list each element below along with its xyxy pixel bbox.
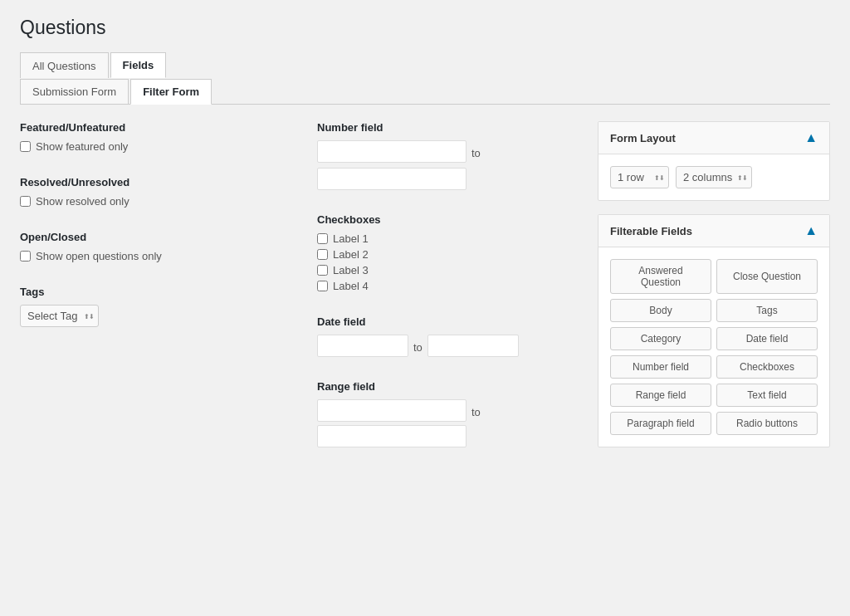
show-featured-only-label: Show featured only bbox=[36, 140, 128, 153]
filterable-fields-body: Answered Question Close Question Body Ta… bbox=[598, 247, 829, 447]
checkbox-2[interactable] bbox=[317, 249, 328, 260]
checkbox-label-1: Label 1 bbox=[333, 232, 369, 245]
field-tag-date-field[interactable]: Date field bbox=[716, 327, 818, 350]
show-resolved-only-row[interactable]: Show resolved only bbox=[20, 195, 284, 208]
show-featured-only-checkbox[interactable] bbox=[20, 141, 31, 152]
tags-label: Tags bbox=[20, 286, 284, 298]
row-select-wrapper: 1 row 2 rows 3 rows bbox=[610, 166, 669, 188]
checkboxes-list: Label 1 Label 2 Label 3 Label 4 bbox=[317, 232, 581, 292]
main-tabs: All Questions Fields bbox=[20, 52, 830, 78]
date-field-from[interactable] bbox=[317, 335, 408, 357]
form-layout-body: 1 row 2 rows 3 rows 1 column 2 columns 3… bbox=[598, 154, 829, 200]
filterable-fields-grid: Answered Question Close Question Body Ta… bbox=[610, 259, 818, 435]
number-field-group: Number field to bbox=[317, 121, 581, 190]
number-range-from-row: to bbox=[317, 140, 481, 163]
checkbox-4[interactable] bbox=[317, 281, 328, 291]
show-open-only-row[interactable]: Show open questions only bbox=[20, 250, 284, 262]
field-tag-tags[interactable]: Tags bbox=[716, 299, 818, 322]
checkbox-item-2[interactable]: Label 2 bbox=[317, 248, 581, 261]
range-field-label: Range field bbox=[317, 380, 581, 393]
date-field-to[interactable] bbox=[427, 335, 519, 357]
number-range: to bbox=[317, 140, 581, 190]
select-tag-input[interactable]: Select Tag bbox=[20, 305, 99, 327]
number-field-label: Number field bbox=[317, 121, 581, 134]
show-open-only-label: Show open questions only bbox=[36, 250, 162, 262]
row-select[interactable]: 1 row 2 rows 3 rows bbox=[610, 166, 669, 188]
number-field-from[interactable] bbox=[317, 140, 467, 163]
range-to-label: to bbox=[471, 406, 481, 418]
checkbox-item-1[interactable]: Label 1 bbox=[317, 232, 581, 245]
filterable-fields-toggle-icon[interactable]: ▲ bbox=[804, 223, 818, 238]
checkboxes-group: Checkboxes Label 1 Label 2 Label 3 bbox=[317, 213, 581, 292]
featured-unfeatured-group: Featured/Unfeatured Show featured only bbox=[20, 121, 284, 153]
tab-all-questions[interactable]: All Questions bbox=[20, 52, 109, 78]
range-field-from[interactable] bbox=[317, 399, 467, 422]
checkboxes-label: Checkboxes bbox=[317, 213, 581, 226]
sub-tabs: Submission Form Filter Form bbox=[20, 78, 830, 105]
field-tag-radio-buttons[interactable]: Radio buttons bbox=[716, 412, 818, 435]
column-select[interactable]: 1 column 2 columns 3 columns bbox=[676, 166, 752, 188]
checkbox-1[interactable] bbox=[317, 233, 328, 244]
show-featured-only-row[interactable]: Show featured only bbox=[20, 140, 284, 153]
subtab-submission-form[interactable]: Submission Form bbox=[20, 79, 129, 105]
resolved-unresolved-group: Resolved/Unresolved Show resolved only bbox=[20, 176, 284, 208]
filterable-fields-box: Filterable Fields ▲ Answered Question Cl… bbox=[598, 214, 830, 447]
open-closed-label: Open/Closed bbox=[20, 231, 284, 243]
form-layout-header: Form Layout ▲ bbox=[598, 122, 829, 154]
show-open-only-checkbox[interactable] bbox=[20, 251, 31, 262]
page-title: Questions bbox=[20, 17, 830, 39]
field-tag-paragraph-field[interactable]: Paragraph field bbox=[610, 412, 711, 435]
date-to-label: to bbox=[413, 341, 423, 354]
field-tag-range-field[interactable]: Range field bbox=[610, 384, 711, 407]
checkbox-item-4[interactable]: Label 4 bbox=[317, 280, 581, 292]
show-resolved-only-label: Show resolved only bbox=[36, 195, 129, 208]
sidebar: Form Layout ▲ 1 row 2 rows 3 rows 1 colu… bbox=[598, 121, 830, 471]
filterable-fields-header: Filterable Fields ▲ bbox=[598, 215, 829, 247]
form-layout-toggle-icon[interactable]: ▲ bbox=[804, 130, 818, 145]
number-to-label: to bbox=[471, 147, 481, 159]
date-field-label: Date field bbox=[317, 315, 581, 328]
field-tag-answered-question[interactable]: Answered Question bbox=[610, 259, 711, 294]
range-field-group: Range field to bbox=[317, 380, 581, 447]
date-range: to bbox=[317, 335, 581, 357]
form-layout-selects: 1 row 2 rows 3 rows 1 column 2 columns 3… bbox=[610, 166, 818, 188]
field-tag-category[interactable]: Category bbox=[610, 327, 711, 350]
resolved-unresolved-label: Resolved/Unresolved bbox=[20, 176, 284, 188]
range-field-inputs: to bbox=[317, 399, 581, 447]
show-resolved-only-checkbox[interactable] bbox=[20, 196, 31, 207]
field-tag-text-field[interactable]: Text field bbox=[716, 384, 818, 407]
tags-group: Tags Select Tag bbox=[20, 286, 284, 327]
open-closed-group: Open/Closed Show open questions only bbox=[20, 231, 284, 262]
column-select-wrapper: 1 column 2 columns 3 columns bbox=[676, 166, 752, 188]
range-field-to[interactable] bbox=[317, 425, 467, 447]
tab-fields[interactable]: Fields bbox=[110, 52, 167, 78]
checkbox-label-3: Label 3 bbox=[333, 264, 369, 276]
featured-unfeatured-label: Featured/Unfeatured bbox=[20, 121, 284, 134]
field-tag-number-field[interactable]: Number field bbox=[610, 355, 711, 379]
checkbox-label-4: Label 4 bbox=[333, 280, 369, 292]
form-layout-title: Form Layout bbox=[610, 132, 676, 144]
filterable-fields-title: Filterable Fields bbox=[610, 225, 692, 237]
number-field-to[interactable] bbox=[317, 168, 467, 190]
checkbox-3[interactable] bbox=[317, 265, 328, 276]
field-tag-checkboxes[interactable]: Checkboxes bbox=[716, 355, 818, 379]
range-from-row: to bbox=[317, 399, 581, 422]
checkbox-label-2: Label 2 bbox=[333, 248, 369, 261]
select-tag-wrapper: Select Tag bbox=[20, 305, 99, 327]
field-tag-close-question[interactable]: Close Question bbox=[716, 259, 818, 294]
form-area: Featured/Unfeatured Show featured only R… bbox=[20, 121, 581, 471]
checkbox-item-3[interactable]: Label 3 bbox=[317, 264, 581, 276]
subtab-filter-form[interactable]: Filter Form bbox=[130, 79, 212, 105]
date-field-group: Date field to bbox=[317, 315, 581, 357]
field-tag-body[interactable]: Body bbox=[610, 299, 711, 322]
form-layout-box: Form Layout ▲ 1 row 2 rows 3 rows 1 colu… bbox=[598, 121, 830, 201]
